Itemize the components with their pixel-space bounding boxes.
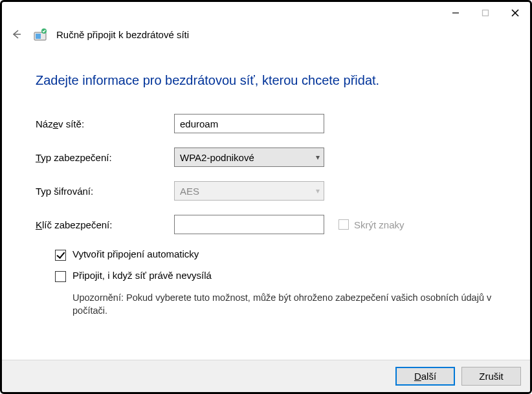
checkbox-icon [55, 271, 66, 282]
hide-characters-checkbox: Skrýt znaky [338, 219, 405, 230]
label-security-type: Typ zabezpečení: [36, 152, 174, 163]
checkbox-icon [338, 219, 349, 230]
back-button[interactable] [8, 27, 24, 42]
wizard-icon [33, 27, 47, 41]
row-security-type: Typ zabezpečení: WPA2-podnikové ▾ [36, 148, 504, 167]
page-heading: Zadejte informace pro bezdrátovou síť, k… [36, 73, 504, 88]
row-encryption-type: Typ šifrování: AES ▾ [36, 181, 504, 201]
window-title: Ručně připojit k bezdrátové síti [56, 29, 189, 40]
chevron-down-icon: ▾ [316, 153, 320, 162]
warning-text: Upozornění: Pokud vyberete tuto možnost,… [72, 291, 500, 318]
connect-hidden-checkbox[interactable]: Připojit, i když síť právě nevysílá [55, 270, 504, 282]
chevron-down-icon: ▾ [316, 186, 320, 195]
label-encryption-type: Typ šifrování: [36, 186, 174, 197]
cancel-button[interactable]: Zrušit [461, 367, 521, 386]
label-network-name: Název sítě: [36, 118, 174, 129]
security-key-input[interactable] [174, 215, 324, 234]
security-type-select[interactable]: WPA2-podnikové ▾ [174, 148, 324, 167]
svg-rect-6 [36, 34, 41, 39]
label-security-key: Klíč zabezpečení: [36, 219, 174, 230]
checkbox-block: Vytvořit připojení automaticky Připojit,… [55, 248, 504, 318]
row-network-name: Název sítě: [36, 114, 504, 133]
svg-rect-1 [483, 10, 489, 16]
titlebar [2, 2, 530, 24]
encryption-type-select: AES ▾ [174, 181, 324, 201]
footer-bar: Další Zrušit [2, 360, 530, 392]
next-button[interactable]: Další [395, 367, 455, 386]
header: Ručně připojit k bezdrátové síti [2, 24, 530, 42]
auto-connect-checkbox[interactable]: Vytvořit připojení automaticky [55, 248, 504, 261]
row-security-key: Klíč zabezpečení: Skrýt znaky [36, 215, 504, 234]
maximize-button[interactable] [471, 3, 500, 23]
content-area: Zadejte informace pro bezdrátovou síť, k… [36, 73, 504, 318]
minimize-button[interactable] [441, 3, 471, 23]
close-button[interactable] [500, 3, 530, 23]
checkbox-checked-icon [55, 250, 66, 261]
network-name-input[interactable] [174, 114, 324, 133]
